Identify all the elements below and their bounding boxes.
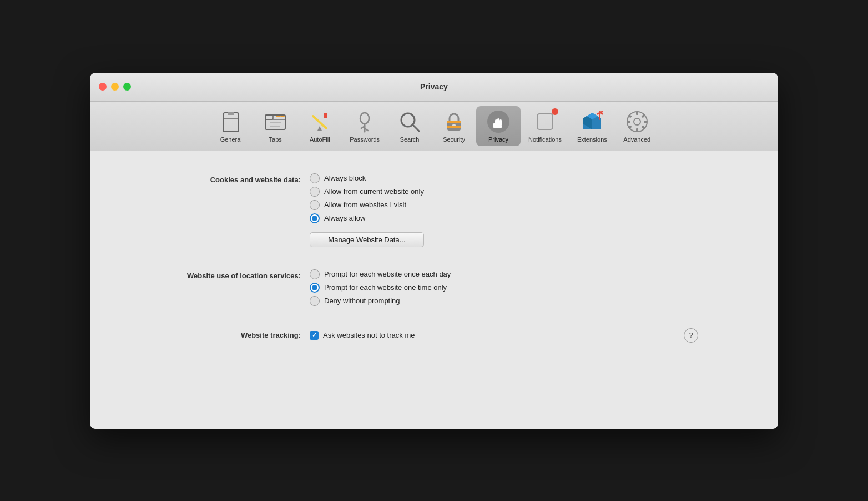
tab-search[interactable]: Search (387, 106, 432, 146)
tab-privacy-label: Privacy (488, 136, 508, 143)
location-section: Website use of location services: Prompt… (123, 269, 745, 306)
svg-rect-38 (636, 112, 638, 115)
radio-prompt-one-time[interactable]: Prompt for each website one time only (310, 283, 451, 293)
radio-always-allow-label: Always allow (324, 214, 365, 222)
radio-deny-without-label: Deny without prompting (324, 297, 400, 305)
tab-security-label: Security (443, 136, 465, 143)
cookies-section: Cookies and website data: Always block A… (123, 173, 745, 247)
tab-privacy[interactable]: Privacy (476, 106, 521, 146)
radio-deny-without[interactable]: Deny without prompting (310, 296, 451, 306)
close-button[interactable] (99, 83, 107, 91)
tracking-label: Website tracking: (123, 329, 301, 342)
location-controls: Prompt for each website once each day Pr… (310, 269, 451, 306)
help-button[interactable]: ? (684, 328, 698, 343)
tab-general-label: General (220, 136, 242, 143)
tracking-checkbox-label: Ask websites not to track me (323, 331, 415, 339)
radio-always-block-indicator (310, 173, 320, 183)
svg-rect-41 (644, 121, 647, 123)
location-label: Website use of location services: (123, 269, 301, 282)
tracking-checkbox-option[interactable]: Ask websites not to track me (310, 331, 415, 340)
radio-always-block-label: Always block (324, 174, 366, 182)
radio-current-only-label: Allow from current website only (324, 187, 424, 196)
manage-website-data-button[interactable]: Manage Website Data... (310, 232, 424, 247)
tab-autofill[interactable]: AutoFill (297, 106, 342, 146)
radio-always-allow-indicator (310, 213, 320, 223)
svg-rect-25 (497, 118, 499, 126)
autofill-icon (307, 109, 332, 134)
tracking-controls: Ask websites not to track me ? (310, 328, 698, 343)
tab-autofill-label: AutoFill (310, 136, 330, 143)
tracking-section: Website tracking: Ask websites not to tr… (123, 328, 745, 343)
svg-point-37 (634, 118, 640, 125)
tab-extensions-label: Extensions (577, 136, 607, 143)
notifications-icon (533, 109, 557, 134)
svg-rect-39 (636, 128, 638, 132)
tab-tabs-label: Tabs (269, 136, 282, 143)
radio-prompt-each-day-indicator (310, 269, 320, 279)
svg-rect-40 (627, 121, 630, 123)
radio-always-allow[interactable]: Always allow (310, 213, 424, 223)
svg-rect-29 (537, 114, 553, 129)
svg-rect-4 (265, 115, 273, 119)
notification-badge (552, 108, 558, 115)
titlebar: Privacy (90, 73, 778, 102)
tracking-checkbox[interactable] (310, 331, 319, 340)
radio-always-block[interactable]: Always block (310, 173, 424, 183)
cookies-controls: Always block Allow from current website … (310, 173, 424, 247)
tab-notifications[interactable]: Notifications (521, 106, 569, 146)
tab-advanced-label: Advanced (623, 136, 650, 143)
svg-point-13 (360, 113, 369, 124)
tab-security[interactable]: Security (432, 106, 476, 146)
radio-deny-without-indicator (310, 296, 320, 306)
svg-rect-2 (228, 112, 234, 115)
tab-passwords[interactable]: Passwords (342, 106, 387, 146)
tab-extensions[interactable]: Extensions (569, 106, 615, 146)
tab-passwords-label: Passwords (350, 136, 380, 143)
svg-rect-22 (447, 126, 461, 128)
general-icon (219, 109, 243, 134)
minimize-button[interactable] (111, 83, 119, 91)
radio-current-only[interactable]: Allow from current website only (310, 187, 424, 197)
security-icon (442, 109, 466, 134)
search-icon (397, 109, 422, 134)
passwords-icon (352, 109, 377, 134)
radio-prompt-one-time-label: Prompt for each website one time only (324, 283, 447, 292)
radio-prompt-each-day-label: Prompt for each website once each day (324, 270, 451, 278)
window-title: Privacy (420, 82, 448, 91)
svg-rect-0 (223, 113, 239, 132)
svg-marker-12 (317, 126, 322, 131)
svg-line-18 (413, 125, 419, 131)
svg-rect-28 (493, 125, 502, 128)
cookies-label: Cookies and website data: (123, 173, 301, 186)
radio-current-only-indicator (310, 187, 320, 197)
tab-notifications-label: Notifications (528, 136, 562, 143)
window: Privacy General (90, 73, 778, 429)
content-area: Cookies and website data: Always block A… (90, 151, 778, 429)
tab-advanced[interactable]: Advanced (615, 106, 659, 146)
svg-rect-21 (447, 121, 461, 123)
radio-prompt-each-day[interactable]: Prompt for each website once each day (310, 269, 451, 279)
privacy-icon (486, 109, 511, 134)
radio-prompt-one-time-indicator (310, 283, 320, 293)
radio-websites-visit-label: Allow from websites I visit (324, 201, 406, 209)
tab-search-label: Search (400, 136, 420, 143)
radio-websites-visit[interactable]: Allow from websites I visit (310, 200, 424, 210)
svg-rect-3 (265, 115, 285, 129)
svg-rect-11 (324, 113, 327, 118)
tab-tabs[interactable]: Tabs (253, 106, 297, 146)
radio-websites-visit-indicator (310, 200, 320, 210)
tab-general[interactable]: General (209, 106, 253, 146)
titlebar-buttons (99, 83, 131, 91)
toolbar: General Tabs (90, 102, 778, 151)
maximize-button[interactable] (123, 83, 131, 91)
tabs-icon (263, 109, 287, 134)
extensions-icon (580, 109, 604, 134)
advanced-icon (625, 109, 649, 134)
